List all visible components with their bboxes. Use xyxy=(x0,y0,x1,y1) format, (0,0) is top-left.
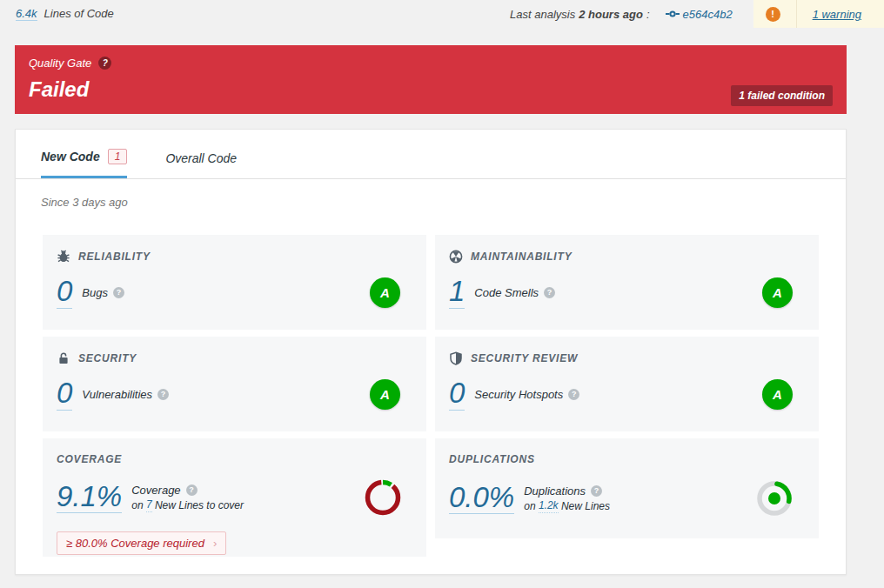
help-icon[interactable]: ? xyxy=(568,389,579,400)
help-icon[interactable]: ? xyxy=(186,484,198,496)
security-rating-badge: A xyxy=(370,379,400,410)
new-code-period-label: Since 3 days ago xyxy=(41,196,846,209)
coverage-donut xyxy=(364,478,402,517)
tab-overall-code[interactable]: Overall Code xyxy=(165,149,237,178)
project-header-bar: 6.4k Lines of Code Last analysis 2 hours… xyxy=(0,0,884,28)
vulnerabilities-label: Vulnerabilities xyxy=(82,388,152,401)
coverage-title: COVERAGE xyxy=(57,453,122,465)
last-analysis-text: Last analysis 2 hours ago: xyxy=(510,8,649,21)
last-analysis-time: 2 hours ago xyxy=(579,8,643,21)
security-review-card: SECURITY REVIEW 0 Security Hotspots ? A xyxy=(435,337,819,431)
divider xyxy=(796,0,797,28)
commit-icon xyxy=(666,7,680,21)
maintainability-title: MAINTAINABILITY xyxy=(471,251,572,263)
security-review-rating-badge: A xyxy=(762,379,793,410)
bugs-count-link[interactable]: 0 xyxy=(57,277,72,309)
lines-of-code: 6.4k Lines of Code xyxy=(16,7,114,21)
duplications-card: DUPLICATIONS 0.0% Duplications ? on 1.2k… xyxy=(435,438,819,538)
new-lines-to-cover-link[interactable]: 7 xyxy=(146,498,152,512)
duplications-title: DUPLICATIONS xyxy=(449,453,535,465)
reliability-rating-badge: A xyxy=(370,277,400,308)
reliability-card: RELIABILITY 0 Bugs ? A xyxy=(43,235,426,330)
maintainability-rating-badge: A xyxy=(762,277,793,308)
overview-panel: New Code 1 Overall Code Since 3 days ago xyxy=(15,129,847,575)
chevron-right-icon: › xyxy=(213,537,217,550)
coverage-donut-uncovered xyxy=(368,483,398,513)
code-smell-icon xyxy=(449,250,463,264)
warning-badge: ! 1 warning xyxy=(753,0,884,28)
failed-conditions-badge: 1 failed condition xyxy=(731,85,833,106)
quality-gate-status: Failed xyxy=(29,77,833,102)
lines-of-code-label: Lines of Code xyxy=(44,7,114,20)
code-tabs: New Code 1 Overall Code xyxy=(16,130,846,179)
security-title: SECURITY xyxy=(78,352,137,364)
new-lines-link[interactable]: 1.2k xyxy=(539,498,559,513)
security-review-title: SECURITY REVIEW xyxy=(471,352,578,364)
warning-icon: ! xyxy=(766,7,780,22)
security-hotspots-label: Security Hotspots xyxy=(474,388,563,401)
quality-gate-banner: Quality Gate ? Failed 1 failed condition xyxy=(15,45,847,114)
measure-cards-grid: RELIABILITY 0 Bugs ? A xyxy=(43,235,819,557)
code-smells-count-link[interactable]: 1 xyxy=(449,277,465,309)
coverage-label: Coverage xyxy=(131,483,180,498)
tab-new-code[interactable]: New Code 1 xyxy=(41,149,127,178)
help-icon[interactable]: ? xyxy=(157,389,169,400)
warning-link[interactable]: 1 warning xyxy=(813,8,861,21)
help-icon[interactable]: ? xyxy=(591,485,602,497)
duplications-gauge-icon xyxy=(754,478,794,518)
reliability-title: RELIABILITY xyxy=(78,251,151,263)
code-smells-label: Code Smells xyxy=(474,286,539,299)
quality-gate-label: Quality Gate xyxy=(29,57,91,70)
bug-icon xyxy=(57,250,70,264)
shield-icon xyxy=(449,351,463,365)
help-icon[interactable]: ? xyxy=(544,287,555,298)
duplications-label: Duplications xyxy=(524,484,586,499)
vulnerabilities-count-link[interactable]: 0 xyxy=(57,378,72,411)
lock-icon xyxy=(57,351,70,365)
security-card: SECURITY 0 Vulnerabilities ? A xyxy=(43,337,426,431)
failed-condition-link[interactable]: ≥ 80.0% Coverage required › xyxy=(57,531,226,555)
commit-hash-link[interactable]: e564c4b2 xyxy=(683,8,733,21)
new-code-issue-badge: 1 xyxy=(108,149,128,164)
lines-of-code-link[interactable]: 6.4k xyxy=(16,7,37,21)
bugs-label: Bugs xyxy=(82,286,108,299)
security-hotspots-count-link[interactable]: 0 xyxy=(449,378,465,411)
coverage-percent-link[interactable]: 9.1% xyxy=(57,482,122,514)
maintainability-card: MAINTAINABILITY 1 Code Smells ? A xyxy=(435,235,819,330)
quality-gate-help-icon[interactable]: ? xyxy=(98,57,111,70)
duplications-percent-link[interactable]: 0.0% xyxy=(449,483,514,515)
coverage-card: COVERAGE 9.1% Coverage ? on 7 New Lines … xyxy=(43,438,426,557)
help-icon[interactable]: ? xyxy=(113,287,124,298)
